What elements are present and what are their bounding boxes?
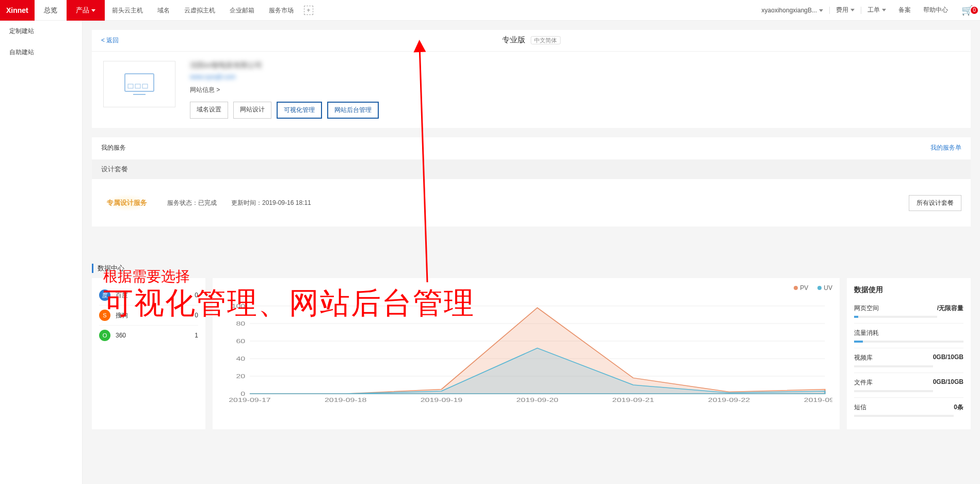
datacenter-title: 数据中心	[92, 264, 980, 273]
usage-title: 数据使用	[854, 285, 963, 295]
svg-text:60: 60	[236, 338, 246, 344]
tab-product[interactable]: 产品	[67, 0, 105, 21]
ticket-label: 工单	[867, 6, 880, 13]
version-title: 专业版 中文简体	[502, 35, 560, 45]
logo[interactable]: Xinnet	[0, 0, 35, 21]
site-title: 沈阳xx智电装有限公司	[190, 61, 959, 70]
usage-row-3: 文件库0GB/10GB	[854, 373, 963, 398]
sidebar-item-custom[interactable]: 定制建站	[0, 21, 82, 42]
site-thumbnail	[103, 61, 175, 107]
site-url[interactable]: www.xyxoj6.com	[190, 73, 959, 80]
tab-overview[interactable]: 总览	[35, 0, 67, 21]
sidebar-item-self[interactable]: 自助建站	[0, 42, 82, 63]
se-icon: O	[99, 330, 110, 341]
beian-link[interactable]: 备案	[892, 6, 917, 14]
monitor-icon	[124, 73, 155, 95]
sidebar: 定制建站 自助建站	[0, 21, 83, 484]
subtab-3[interactable]: 企业邮箱	[222, 0, 262, 21]
domain-settings-button[interactable]: 域名设置	[190, 102, 228, 119]
svg-text:2019-09-21: 2019-09-21	[612, 397, 654, 403]
design-section-title: 设计套餐	[92, 159, 971, 179]
svg-text:2019-09-23: 2019-09-23	[804, 397, 832, 403]
chart-legend: PV UV	[794, 284, 832, 292]
usage-row-4: 短信0条	[854, 398, 963, 422]
usage-row-0: 网页空间/无限容量	[854, 299, 963, 324]
svg-text:0: 0	[240, 391, 245, 397]
backend-manage-button[interactable]: 网站后台管理	[327, 102, 379, 119]
add-tab-button[interactable]: +	[304, 6, 313, 15]
se-name: 360	[116, 332, 126, 339]
service-update-time: 更新时间：2019-09-16 18:11	[231, 199, 311, 207]
data-usage-card: 数据使用 网页空间/无限容量流量消耗视频库0GB/10GB文件库0GB/10GB…	[847, 278, 971, 429]
version-text: 专业版	[502, 35, 525, 44]
chevron-down-icon	[850, 9, 855, 11]
topbar: Xinnet 总览 产品 箭头云主机 域名 云虚拟主机 企业邮箱 服务市场 + …	[0, 0, 980, 21]
cart-icon[interactable]: 🛒0	[954, 5, 980, 16]
design-badge: 专属设计服务	[101, 188, 153, 217]
visual-manage-button[interactable]: 可视化管理	[277, 102, 322, 119]
service-orders-link[interactable]: 我的服务单	[930, 143, 961, 152]
svg-text:2019-09-19: 2019-09-19	[421, 397, 462, 403]
design-badge-text: 专属设计服务	[105, 194, 149, 212]
legend-dot-uv	[817, 286, 822, 290]
svg-text:20: 20	[236, 373, 246, 379]
svg-rect-0	[125, 74, 154, 91]
main: < 返回 专业版 中文简体 沈阳xx智电装有限公司 www.xyxoj6.com	[83, 21, 980, 484]
subtab-2[interactable]: 云虚拟主机	[177, 0, 222, 21]
account-dropdown[interactable]: xyaoxihongxiangB...	[756, 7, 829, 14]
account-label: xyaoxihongxiangB...	[762, 7, 817, 14]
fee-label: 费用	[836, 6, 848, 13]
site-panel: < 返回 专业版 中文简体 沈阳xx智电装有限公司 www.xyxoj6.com	[92, 30, 971, 128]
tab-product-label: 产品	[76, 6, 89, 14]
legend-pv: PV	[800, 284, 808, 292]
all-design-packages-button[interactable]: 所有设计套餐	[909, 195, 961, 211]
svg-text:2019-09-17: 2019-09-17	[229, 397, 270, 403]
cart-badge: 0	[971, 7, 978, 14]
svg-text:40: 40	[236, 356, 246, 362]
ticket-dropdown[interactable]: 工单	[861, 6, 892, 14]
chevron-down-icon	[882, 9, 886, 11]
se-count: 1	[195, 332, 198, 339]
legend-dot-pv	[794, 286, 798, 290]
annotation-line2: 可视化管理、网站后台管理	[103, 283, 475, 324]
legend-uv: UV	[824, 284, 832, 292]
svg-text:2019-09-18: 2019-09-18	[325, 397, 367, 403]
help-link[interactable]: 帮助中心	[917, 6, 954, 14]
chevron-down-icon	[819, 9, 823, 12]
site-info-link[interactable]: 网站信息 >	[190, 86, 959, 94]
design-row: 专属设计服务 服务状态：已完成 更新时间：2019-09-16 18:11 所有…	[92, 179, 971, 227]
subtab-0[interactable]: 箭头云主机	[105, 0, 150, 21]
se-row-2: O 360 1	[99, 326, 198, 345]
site-design-button[interactable]: 网站设计	[233, 102, 271, 119]
service-status: 服务状态：已完成	[167, 199, 217, 207]
usage-row-2: 视频库0GB/10GB	[854, 348, 963, 373]
chevron-down-icon	[91, 9, 95, 12]
subtab-4[interactable]: 服务市场	[262, 0, 301, 21]
back-bar: < 返回 专业版 中文简体	[92, 30, 971, 52]
svg-rect-1	[128, 84, 133, 88]
service-panel: 我的服务 我的服务单 设计套餐 专属设计服务 服务状态：已完成 更新时间：201…	[92, 137, 971, 227]
service-title: 我的服务	[101, 143, 126, 152]
svg-rect-2	[135, 84, 140, 88]
svg-text:2019-09-22: 2019-09-22	[708, 397, 750, 403]
svg-rect-3	[142, 84, 148, 88]
lang-badge[interactable]: 中文简体	[531, 36, 560, 44]
svg-text:2019-09-20: 2019-09-20	[517, 397, 559, 403]
fee-dropdown[interactable]: 费用	[830, 6, 861, 14]
usage-row-1: 流量消耗	[854, 324, 963, 348]
subtab-1[interactable]: 域名	[150, 0, 177, 21]
back-link[interactable]: < 返回	[101, 37, 119, 44]
